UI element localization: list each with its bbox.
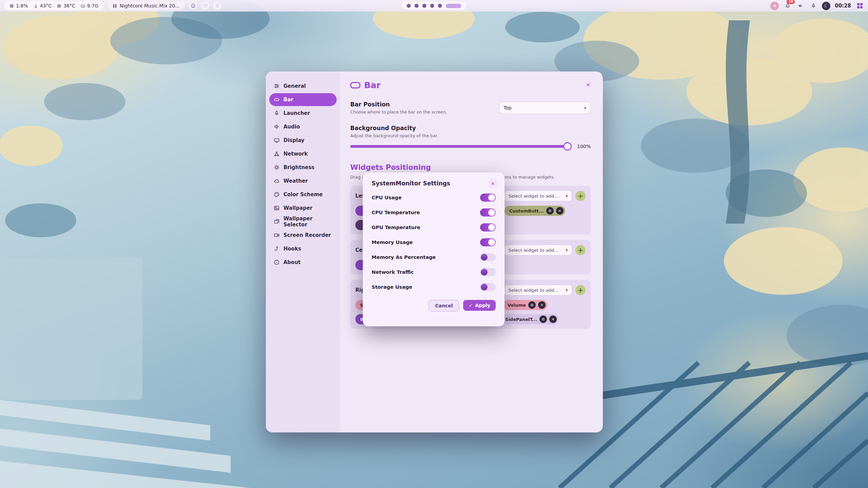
sidebar-item-color-scheme[interactable]: Color Scheme <box>269 188 337 201</box>
bar-position-label: Bar Position <box>350 101 447 108</box>
topbar-right-cluster: 10 ☾ 00:28 <box>770 2 864 10</box>
app-launcher-button[interactable] <box>855 2 864 10</box>
dialog-close-button[interactable]: ✕ <box>488 179 498 189</box>
settings-sidebar: General Bar Launcher Audio Display Netwo… <box>266 72 340 432</box>
sidebar-item-wallpaper[interactable]: Wallpaper <box>269 202 337 215</box>
media-player-widget[interactable]: Nightcore Music Mix 20... <box>108 1 185 10</box>
info-icon <box>274 259 280 265</box>
sidebar-item-label: Display <box>283 137 304 143</box>
cancel-button[interactable]: Cancel <box>429 300 459 311</box>
memory-icon <box>81 4 85 8</box>
widget-settings-button[interactable]: ⚙ <box>539 316 547 323</box>
widget-settings-button[interactable]: ⚙ <box>528 301 536 309</box>
clock[interactable]: 00:28 <box>835 3 851 9</box>
apply-button[interactable]: ✓ Apply <box>463 300 496 311</box>
add-widget-placeholder: Select widget to add... <box>509 194 558 199</box>
background-opacity-description: Adjust the background opacity of the bar… <box>350 133 591 138</box>
bar-icon <box>274 97 280 103</box>
network-traffic-toggle[interactable] <box>480 268 496 276</box>
workspace-dot[interactable] <box>430 4 434 8</box>
cpu-icon <box>9 4 14 8</box>
workspace-indicator[interactable] <box>402 2 466 10</box>
chevron-down-icon: ▾ <box>566 288 568 292</box>
bar-position-dropdown[interactable]: Top ▾ <box>499 102 591 114</box>
bar-icon <box>350 82 360 88</box>
smiley-icon: ☺ <box>191 3 196 8</box>
remove-widget-button[interactable]: ✕ <box>538 301 546 309</box>
sidebar-item-about[interactable]: About <box>269 256 337 269</box>
likes-button[interactable]: ♡ <box>213 2 221 10</box>
sidebar-item-label: Wallpaper <box>283 205 313 211</box>
top-bar: 1.8% 43°C 38°C 9.7G Nightcore Music Mix … <box>0 0 868 12</box>
gpu-temperature-toggle[interactable] <box>480 223 496 231</box>
workspace-active-pill[interactable] <box>446 4 461 8</box>
workspace-dot[interactable] <box>438 4 442 8</box>
storage-usage-toggle[interactable] <box>480 283 496 291</box>
video-camera-icon <box>274 232 280 238</box>
toggle-row-network-traffic: Network Traffic <box>372 268 496 276</box>
opacity-slider[interactable] <box>350 145 572 148</box>
sidebar-item-brightness[interactable]: Brightness <box>269 161 337 174</box>
widget-settings-button[interactable]: ⚙ <box>546 207 554 215</box>
remove-widget-button[interactable]: ✕ <box>549 316 557 323</box>
workspace-dot[interactable] <box>415 4 419 8</box>
widget-chip-volume[interactable]: Volume ⚙ ✕ <box>503 300 547 310</box>
opacity-slider-knob[interactable] <box>563 142 572 151</box>
toggle-row-cpu-temperature: CPU Temperature <box>372 208 496 217</box>
sidebar-item-wallpaper-selector[interactable]: Wallpaper Selector <box>269 215 337 228</box>
add-widget-button[interactable]: + <box>575 285 586 295</box>
color-picker-button[interactable] <box>770 2 779 10</box>
emoji-picker-button[interactable]: ☺ <box>189 2 197 10</box>
sidebar-item-audio[interactable]: Audio <box>269 120 337 133</box>
add-widget-dropdown[interactable]: Select widget to add... ▾ <box>504 245 572 256</box>
opacity-value: 100% <box>577 144 591 149</box>
night-light-button[interactable]: ☾ <box>822 2 830 10</box>
workspace-dot[interactable] <box>422 4 427 8</box>
widget-chip-sidepanel[interactable]: SidePanelT... ⚙ ✕ <box>500 314 558 324</box>
add-widget-button[interactable]: + <box>575 245 586 255</box>
gear-icon: ⚙ <box>541 317 545 322</box>
cpu-usage-value: 1.8% <box>16 3 28 8</box>
sidebar-item-screen-recorder[interactable]: Screen Recorder <box>269 229 337 242</box>
system-stats-group[interactable]: 1.8% 43°C 38°C 9.7G <box>4 1 104 10</box>
add-widget-dropdown[interactable]: Select widget to add... ▾ <box>504 190 572 201</box>
sidebar-item-general[interactable]: General <box>269 80 337 93</box>
sidebar-item-label: Color Scheme <box>283 191 323 198</box>
sidebar-item-weather[interactable]: Weather <box>269 175 337 187</box>
remove-widget-button[interactable]: ✕ <box>556 207 564 215</box>
dialog-title: SystemMonitor Settings <box>372 180 496 187</box>
memory-usage-toggle[interactable] <box>480 238 496 246</box>
window-close-button[interactable]: ✕ <box>583 79 594 90</box>
sidebar-item-label: Screen Recorder <box>283 232 331 238</box>
favorites-button[interactable]: ♡ <box>201 2 209 10</box>
sidebar-item-network[interactable]: Network <box>269 147 337 160</box>
sidebar-item-label: Launcher <box>283 110 310 116</box>
chevron-down-icon: ▾ <box>584 106 586 110</box>
sidebar-item-launcher[interactable]: Launcher <box>269 107 337 120</box>
sidebar-item-hooks[interactable]: Hooks <box>269 242 337 255</box>
cpu-usage-toggle[interactable] <box>480 194 496 202</box>
sidebar-item-label: Network <box>283 151 308 157</box>
color-picker-icon <box>773 4 777 8</box>
chevron-down-icon: ▾ <box>566 248 568 252</box>
workspace-dot[interactable] <box>407 4 411 8</box>
toggle-row-cpu-usage: CPU Usage <box>372 194 496 202</box>
widgets-positioning-title: Widgets Positioning <box>350 163 591 171</box>
thermometer-icon <box>34 4 38 8</box>
sidebar-item-label: Audio <box>283 124 300 130</box>
widget-chip-custombutton[interactable]: CustomButt... ⚙ ✕ <box>505 206 565 216</box>
sidebar-item-display[interactable]: Display <box>269 134 337 147</box>
add-widget-dropdown[interactable]: Select widget to add... ▾ <box>504 285 572 296</box>
add-widget-button[interactable]: + <box>575 191 586 201</box>
cpu-temperature-toggle[interactable] <box>480 208 496 217</box>
sidebar-item-bar[interactable]: Bar <box>269 93 337 106</box>
add-widget-placeholder: Select widget to add... <box>509 248 558 253</box>
memory-as-percentage-toggle[interactable] <box>480 253 496 261</box>
plus-icon: + <box>578 246 583 254</box>
sidebar-item-label: Bar <box>283 97 293 103</box>
notifications-button[interactable]: 10 <box>783 2 792 10</box>
close-icon: ✕ <box>586 82 590 88</box>
sliders-icon <box>274 83 280 89</box>
microphone-button[interactable] <box>809 2 817 10</box>
volume-button[interactable] <box>796 2 805 10</box>
